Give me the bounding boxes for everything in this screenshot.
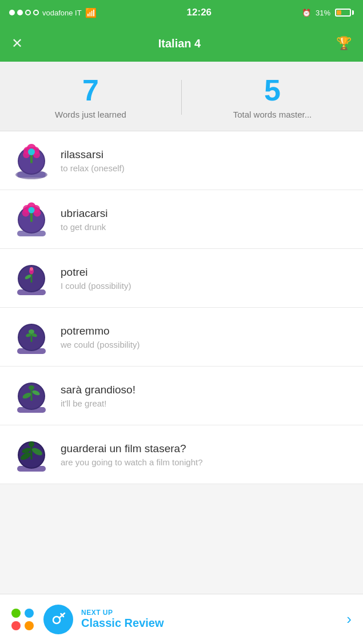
dot-blue — [25, 609, 34, 618]
word-english: it'll be great! — [61, 399, 352, 408]
list-item: potremmo we could (possibility) — [0, 308, 363, 367]
word-italian: ubriacarsi — [61, 207, 352, 220]
battery-tip — [352, 10, 354, 15]
word-english: to relax (oneself) — [61, 163, 352, 173]
bottom-bar: NEXT UP Classic Review › — [0, 594, 363, 644]
word-text: ubriacarsi to get drunk — [61, 207, 352, 232]
dot-orange — [25, 621, 34, 630]
avatar — [11, 317, 51, 357]
svg-line-59 — [61, 614, 62, 615]
nav-title: Italian 4 — [158, 37, 201, 50]
list-item: sarà grandioso! it'll be great! — [0, 367, 363, 425]
next-up-text: NEXT UP Classic Review — [81, 609, 338, 630]
word-text: sarà grandioso! it'll be great! — [61, 384, 352, 408]
battery-fill — [337, 10, 341, 15]
word-english: we could (possibility) — [61, 340, 352, 349]
word-list: rilassarsi to relax (oneself) — [0, 131, 363, 484]
words-mastered-number: 5 — [182, 75, 363, 105]
svg-rect-16 — [30, 212, 33, 222]
next-up-button[interactable]: NEXT UP Classic Review › — [43, 605, 352, 634]
words-learned-label: Words just learned — [0, 110, 181, 119]
avatar-svg-4 — [11, 317, 51, 357]
next-up-label: NEXT UP — [81, 609, 338, 617]
carrier-label: vodafone IT — [42, 9, 82, 17]
battery-percent: 31% — [316, 9, 330, 17]
avatar — [11, 199, 51, 239]
bottom-dots — [11, 609, 34, 630]
word-english: I could (possibility) — [61, 281, 352, 291]
list-item: guarderai un film stasera? are you going… — [0, 425, 363, 484]
trophy-icon[interactable]: 🏆 — [336, 36, 352, 51]
avatar-svg-1 — [11, 140, 51, 180]
signal-dot-3 — [25, 10, 31, 15]
signal-dot-2 — [17, 10, 23, 15]
list-item: ubriacarsi to get drunk — [0, 190, 363, 249]
svg-line-58 — [62, 615, 63, 617]
word-text: rilassarsi to relax (oneself) — [61, 148, 352, 173]
dot-green — [11, 609, 21, 618]
next-up-arrow-icon[interactable]: › — [346, 610, 352, 628]
word-text: guarderai un film stasera? are you going… — [61, 442, 352, 467]
word-list-container: rilassarsi to relax (oneself) — [0, 131, 363, 644]
avatar-svg-5 — [11, 376, 51, 416]
avatar-svg-3 — [11, 258, 51, 298]
svg-point-11 — [28, 148, 35, 155]
dot-red — [11, 621, 21, 630]
word-italian: sarà grandioso! — [61, 384, 352, 396]
avatar — [11, 258, 51, 298]
avatar-svg-6 — [11, 434, 51, 474]
word-italian: potrei — [61, 266, 352, 279]
avatar — [11, 434, 51, 474]
status-left: vodafone IT 📶 — [9, 7, 97, 18]
nav-bar: ✕ Italian 4 🏆 — [0, 25, 363, 62]
key-icon — [51, 612, 66, 627]
word-italian: rilassarsi — [61, 148, 352, 161]
status-right: ⏰ 31% — [302, 9, 354, 17]
alarm-icon: ⏰ — [302, 9, 311, 17]
next-up-title: Classic Review — [81, 617, 338, 630]
words-mastered-stat: 5 Total words master... — [182, 75, 363, 119]
wifi-icon: 📶 — [85, 7, 97, 18]
avatar — [11, 376, 51, 416]
battery-icon — [335, 9, 354, 17]
word-italian: guarderai un film stasera? — [61, 442, 352, 455]
words-learned-stat: 7 Words just learned — [0, 75, 181, 119]
avatar — [11, 140, 51, 180]
battery-body — [335, 9, 351, 17]
svg-point-55 — [29, 441, 34, 447]
signal-dot-4 — [33, 10, 39, 15]
svg-point-22 — [29, 207, 35, 214]
list-item: rilassarsi to relax (oneself) — [0, 131, 363, 190]
svg-point-30 — [30, 267, 33, 271]
svg-point-46 — [29, 385, 34, 390]
list-item: potrei I could (possibility) — [0, 249, 363, 308]
next-up-circle-icon — [43, 605, 73, 634]
word-italian: potremmo — [61, 325, 352, 337]
words-learned-number: 7 — [0, 75, 181, 105]
word-english: to get drunk — [61, 222, 352, 232]
stats-section: 7 Words just learned 5 Total words maste… — [0, 62, 363, 131]
words-mastered-label: Total words master... — [182, 110, 363, 119]
close-button[interactable]: ✕ — [11, 35, 23, 51]
word-text: potremmo we could (possibility) — [61, 325, 352, 349]
status-bar: vodafone IT 📶 12:26 ⏰ 31% — [0, 0, 363, 25]
word-english: are you going to watch a film tonight? — [61, 457, 352, 467]
avatar-svg-2 — [11, 199, 51, 239]
signal-dots — [9, 10, 39, 15]
word-text: potrei I could (possibility) — [61, 266, 352, 291]
signal-dot-1 — [9, 10, 15, 15]
status-time: 12:26 — [187, 7, 212, 18]
